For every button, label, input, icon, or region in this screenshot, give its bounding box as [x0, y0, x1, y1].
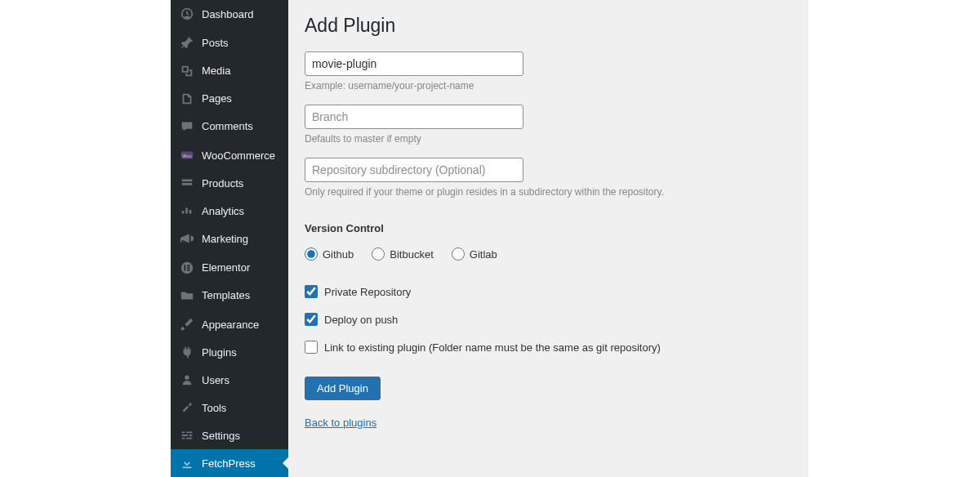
dashboard-icon [179, 6, 195, 22]
radio-gitlab-label: Gitlab [470, 248, 497, 261]
sidebar-item-label: Settings [202, 430, 240, 442]
radio-bitbucket[interactable]: Bitbucket [372, 247, 433, 261]
checkbox-link-existing[interactable] [305, 341, 318, 354]
subdir-hint: Only required if your theme or plugin re… [305, 186, 792, 198]
subdir-input[interactable] [305, 158, 523, 182]
sidebar-item-label: Media [202, 65, 230, 77]
pages-icon [179, 91, 195, 107]
checkbox-link-existing-label: Link to existing plugin (Folder name mus… [324, 341, 661, 354]
woo-icon: Woo [179, 147, 195, 163]
sidebar-item-fetchpress[interactable]: FetchPress [171, 449, 288, 477]
sidebar-item-label: Dashboard [202, 8, 254, 20]
radio-github[interactable]: Github [305, 247, 354, 261]
sidebar-item-dashboard[interactable]: Dashboard [171, 0, 288, 28]
sidebar-item-label: Plugins [202, 346, 237, 359]
radio-bitbucket-input[interactable] [372, 247, 385, 261]
sidebar-item-settings[interactable]: Settings [171, 421, 288, 449]
download-icon [179, 455, 195, 471]
sidebar-item-label: WooCommerce [202, 149, 275, 162]
sidebar-item-products[interactable]: Products [171, 169, 288, 197]
checkbox-deploy-label: Deploy on push [324, 314, 398, 326]
checkbox-private-label: Private Repository [324, 286, 411, 298]
checkbox-private[interactable] [305, 285, 318, 298]
plug-icon [179, 344, 195, 360]
svg-rect-4 [187, 265, 190, 266]
sidebar-item-templates[interactable]: Templates [171, 282, 288, 310]
radio-bitbucket-label: Bitbucket [390, 248, 433, 261]
media-icon [179, 63, 195, 79]
svg-text:Woo: Woo [182, 154, 192, 158]
radio-gitlab-input[interactable] [452, 247, 465, 261]
sidebar-item-appearance[interactable]: Appearance [171, 310, 288, 338]
sidebar-item-label: Appearance [202, 319, 259, 331]
svg-rect-6 [187, 269, 190, 270]
elementor-icon [179, 260, 195, 276]
branch-input[interactable] [305, 105, 523, 129]
sidebar-item-label: Users [202, 374, 229, 386]
wrench-icon [179, 399, 195, 416]
svg-point-7 [185, 376, 189, 380]
svg-rect-5 [187, 267, 190, 269]
sidebar-item-label: Pages [202, 92, 232, 105]
sidebar-item-label: Analytics [202, 205, 244, 217]
sidebar-item-label: Templates [202, 289, 250, 301]
sidebar-item-label: Products [202, 177, 243, 189]
sidebar-item-users[interactable]: Users [171, 366, 288, 394]
radio-github-label: Github [323, 248, 354, 261]
sidebar-item-label: Marketing [202, 233, 248, 245]
svg-rect-3 [184, 265, 185, 270]
version-control-label: Version Control [305, 222, 792, 234]
sidebar-item-posts[interactable]: Posts [171, 29, 288, 57]
branch-hint: Defaults to master if empty [305, 133, 792, 145]
sidebar-item-label: Tools [202, 402, 226, 414]
sidebar-item-label: FetchPress [202, 457, 256, 470]
repo-hint: Example: username/your-project-name [305, 80, 792, 91]
sidebar-item-label: Elementor [202, 261, 250, 274]
back-to-plugins-link[interactable]: Back to plugins [305, 417, 376, 429]
pin-icon [179, 35, 195, 51]
products-icon [179, 175, 195, 191]
sidebar-item-media[interactable]: Media [171, 57, 288, 85]
sidebar-item-plugins[interactable]: Plugins [171, 338, 288, 366]
sidebar-item-analytics[interactable]: Analytics [171, 197, 288, 225]
analytics-icon [179, 203, 195, 219]
checkbox-deploy[interactable] [305, 313, 318, 326]
megaphone-icon [179, 230, 195, 247]
user-icon [179, 372, 195, 388]
sidebar-item-label: Comments [202, 120, 253, 132]
add-plugin-button[interactable]: Add Plugin [305, 377, 381, 400]
sliders-icon [179, 427, 195, 444]
folder-icon [179, 288, 195, 304]
brush-icon [179, 316, 195, 332]
sidebar-item-comments[interactable]: Comments [171, 113, 288, 140]
page-title: Add Plugin [305, 15, 792, 37]
admin-sidebar: Dashboard Posts Media Pages Comments Woo… [171, 0, 288, 477]
sidebar-item-elementor[interactable]: Elementor [171, 254, 288, 282]
sidebar-item-pages[interactable]: Pages [171, 85, 288, 113]
sidebar-item-woocommerce[interactable]: Woo WooCommerce [171, 141, 288, 169]
repo-input[interactable] [305, 51, 523, 76]
sidebar-item-marketing[interactable]: Marketing [171, 225, 288, 252]
radio-github-input[interactable] [305, 247, 318, 261]
sidebar-item-label: Posts [202, 37, 229, 49]
main-content: Add Plugin Example: username/your-projec… [288, 0, 808, 477]
radio-gitlab[interactable]: Gitlab [452, 247, 497, 261]
sidebar-item-tools[interactable]: Tools [171, 394, 288, 421]
comment-icon [179, 118, 195, 135]
